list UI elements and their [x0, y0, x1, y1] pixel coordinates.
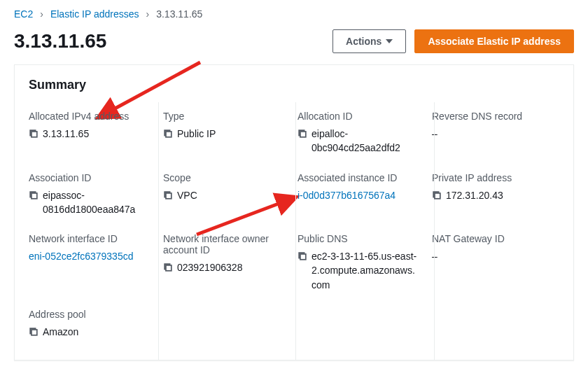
associate-eip-button[interactable]: Associate Elastic IP address — [414, 29, 574, 53]
field-public-dns: Public DNS ec2-3-13-11-65.us-east-2.comp… — [298, 225, 425, 300]
copy-icon[interactable] — [298, 251, 307, 261]
field-allocated-ipv4: Allocated IPv4 address 3.13.11.65 — [29, 102, 156, 164]
value: ec2-3-13-11-65.us-east-2.compute.amazona… — [312, 249, 419, 292]
field-address-pool: Address pool Amazon — [29, 300, 156, 347]
field-eni-owner: Network interface owner account ID 02392… — [163, 225, 290, 300]
svg-rect-6 — [300, 132, 306, 137]
value: VPC — [177, 188, 197, 202]
label: Public DNS — [298, 233, 419, 244]
field-reverse-dns: Reverse DNS record – — [432, 102, 559, 164]
svg-rect-4 — [31, 132, 37, 137]
actions-label: Actions — [346, 36, 382, 47]
breadcrumb-eip-list[interactable]: Elastic IP addresses — [50, 8, 139, 20]
field-allocation-id: Allocation ID eipalloc-0bc904cd25aa2dfd2 — [298, 102, 425, 164]
label: NAT Gateway ID — [432, 233, 554, 244]
copy-icon[interactable] — [432, 190, 442, 200]
breadcrumb-sep: › — [146, 8, 150, 20]
svg-rect-12 — [31, 330, 37, 335]
chevron-down-icon — [386, 39, 393, 43]
label: Type — [163, 111, 285, 122]
label: Network interface ID — [29, 233, 150, 244]
value: Amazon — [43, 325, 78, 339]
label: Scope — [163, 172, 285, 183]
copy-icon[interactable] — [163, 190, 173, 200]
label: Network interface owner account ID — [163, 233, 285, 255]
breadcrumb-current: 3.13.11.65 — [156, 8, 202, 20]
label: Reverse DNS record — [432, 111, 554, 122]
label: Address pool — [29, 309, 150, 320]
svg-rect-5 — [166, 132, 172, 137]
actions-button[interactable]: Actions — [332, 29, 406, 53]
breadcrumb: EC2 › Elastic IP addresses › 3.13.11.65 — [14, 6, 574, 29]
summary-panel: Summary Allocated IPv4 address 3.13.11.6… — [14, 64, 574, 360]
svg-rect-8 — [166, 193, 172, 199]
summary-title: Summary — [15, 65, 573, 102]
field-scope: Scope VPC — [163, 164, 290, 225]
value: eipassoc-0816dd1800eaa847a — [43, 188, 150, 217]
eni-link[interactable]: eni-052ce2fc6379335cd — [29, 249, 133, 263]
label: Associated instance ID — [298, 172, 419, 183]
instance-link[interactable]: i-0d0d377b6167567a4 — [298, 188, 396, 202]
label: Association ID — [29, 172, 150, 183]
label: Private IP address — [432, 172, 554, 183]
svg-rect-10 — [166, 265, 172, 271]
value: – — [432, 127, 438, 141]
value: – — [432, 249, 438, 263]
copy-icon[interactable] — [163, 129, 173, 139]
svg-rect-7 — [31, 193, 37, 199]
breadcrumb-sep: › — [40, 8, 43, 20]
field-type: Type Public IP — [163, 102, 290, 164]
value: Public IP — [177, 127, 216, 141]
value: 023921906328 — [177, 260, 242, 274]
label: Allocation ID — [298, 111, 419, 122]
label: Allocated IPv4 address — [29, 111, 150, 122]
field-private-ip: Private IP address 172.31.20.43 — [432, 164, 559, 225]
page-title: 3.13.11.65 — [14, 30, 106, 52]
field-associated-instance: Associated instance ID i-0d0d377b6167567… — [298, 164, 425, 225]
value: 3.13.11.65 — [43, 127, 89, 141]
field-nat-gw: NAT Gateway ID – — [432, 225, 559, 300]
copy-icon[interactable] — [298, 129, 307, 139]
copy-icon[interactable] — [29, 327, 38, 337]
value: 172.31.20.43 — [446, 188, 503, 202]
svg-rect-9 — [435, 193, 440, 199]
svg-rect-11 — [300, 254, 306, 260]
copy-icon[interactable] — [29, 190, 38, 200]
field-eni-id: Network interface ID eni-052ce2fc6379335… — [29, 225, 156, 300]
copy-icon[interactable] — [163, 262, 173, 272]
field-association-id: Association ID eipassoc-0816dd1800eaa847… — [29, 164, 156, 225]
copy-icon[interactable] — [29, 129, 38, 139]
breadcrumb-ec2[interactable]: EC2 — [14, 8, 33, 20]
value: eipalloc-0bc904cd25aa2dfd2 — [312, 127, 419, 155]
